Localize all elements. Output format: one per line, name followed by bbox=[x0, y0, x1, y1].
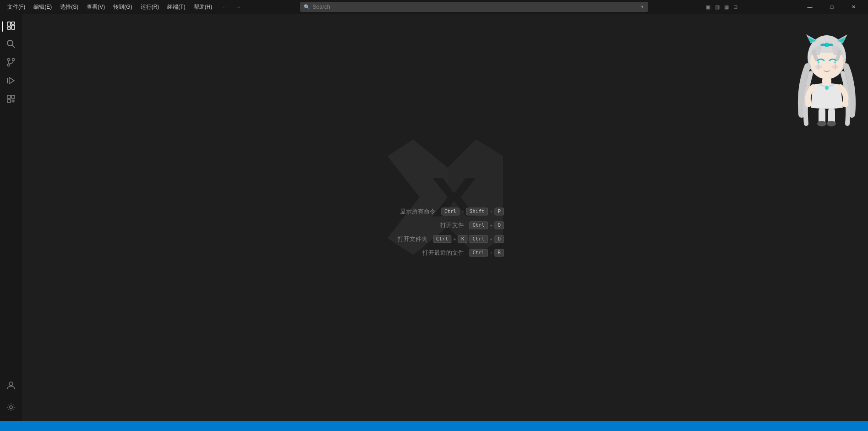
svg-point-38 bbox=[828, 44, 833, 46]
keyboard-key: Shift bbox=[466, 207, 488, 215]
back-button[interactable]: ← bbox=[219, 1, 230, 12]
explorer-icon[interactable] bbox=[2, 17, 20, 36]
center-content: 显示所有命令Ctrl+Shift+P打开文件Ctrl+O打开文件夹Ctrl+KC… bbox=[386, 207, 504, 257]
activity-bar bbox=[0, 14, 22, 421]
menu-terminal[interactable]: 终端(T) bbox=[164, 1, 189, 13]
accounts-icon[interactable] bbox=[2, 377, 20, 395]
keyboard-key: Ctrl bbox=[433, 235, 452, 243]
svg-marker-9 bbox=[9, 77, 14, 84]
search-icon: 🔍 bbox=[304, 4, 310, 10]
shortcut-label: 打开文件 bbox=[423, 221, 464, 229]
svg-point-7 bbox=[12, 58, 15, 60]
layout-icon-2[interactable]: ▥ bbox=[714, 3, 721, 11]
keyboard-key: K bbox=[458, 235, 468, 243]
search-icon[interactable] bbox=[2, 36, 20, 54]
svg-point-4 bbox=[7, 40, 13, 46]
svg-rect-13 bbox=[7, 99, 11, 103]
menu-bar: 文件(F)编辑(E)选择(S)查看(V)转到(G)运行(R)终端(T)帮助(H) bbox=[4, 1, 216, 13]
svg-rect-11 bbox=[7, 95, 11, 98]
shortcut-label: 打开文件夹 bbox=[386, 235, 427, 243]
key-separator: + bbox=[453, 236, 456, 242]
menu-edit[interactable]: 编辑(E) bbox=[30, 1, 55, 13]
menu-select[interactable]: 选择(S) bbox=[56, 1, 82, 13]
chibi-character bbox=[790, 32, 863, 133]
svg-point-8 bbox=[8, 64, 10, 66]
svg-rect-2 bbox=[11, 25, 15, 29]
shortcut-label: 显示所有命令 bbox=[394, 207, 436, 216]
menu-goto[interactable]: 转到(G) bbox=[109, 1, 136, 13]
keyboard-key: Ctrl bbox=[469, 221, 488, 229]
key-separator: + bbox=[490, 223, 492, 228]
title-bar: 文件(F)编辑(E)选择(S)查看(V)转到(G)运行(R)终端(T)帮助(H)… bbox=[0, 0, 868, 14]
svg-rect-12 bbox=[11, 95, 15, 98]
svg-rect-1 bbox=[11, 22, 15, 24]
svg-point-27 bbox=[831, 65, 839, 69]
svg-rect-0 bbox=[7, 22, 11, 26]
svg-point-6 bbox=[8, 58, 10, 60]
keyboard-key: Ctrl bbox=[441, 207, 460, 215]
svg-rect-3 bbox=[7, 27, 11, 29]
layout-icon-4[interactable]: ⊟ bbox=[732, 3, 739, 11]
svg-point-31 bbox=[842, 101, 848, 107]
shortcut-row: 打开文件夹Ctrl+KCtrl+O bbox=[386, 235, 504, 243]
svg-point-25 bbox=[834, 61, 836, 63]
main-layout: 显示所有命令Ctrl+Shift+P打开文件Ctrl+O打开文件夹Ctrl+KC… bbox=[0, 14, 868, 421]
key-separator: + bbox=[490, 236, 492, 242]
layout-icon-3[interactable]: ▦ bbox=[723, 3, 730, 11]
key-separator: + bbox=[490, 250, 492, 256]
keyboard-key: P bbox=[494, 207, 504, 215]
window-controls: — □ ✕ bbox=[799, 0, 864, 14]
search-bar[interactable]: 🔍 Search ▼ bbox=[300, 2, 648, 12]
svg-point-30 bbox=[805, 101, 812, 107]
menu-run[interactable]: 运行(R) bbox=[137, 1, 163, 13]
status-bar bbox=[0, 421, 868, 431]
keyboard-key: O bbox=[494, 221, 504, 229]
keyboard-key: R bbox=[494, 249, 504, 256]
layout-icons: ▣ ▥ ▦ ⊟ bbox=[704, 3, 739, 11]
source-control-icon[interactable] bbox=[2, 54, 20, 72]
nav-buttons: ← → bbox=[219, 1, 243, 12]
svg-point-37 bbox=[820, 44, 826, 46]
close-button[interactable]: ✕ bbox=[843, 0, 864, 14]
svg-line-5 bbox=[12, 45, 15, 48]
search-placeholder: Search bbox=[313, 4, 638, 10]
key-separator: + bbox=[490, 209, 492, 214]
run-debug-icon[interactable] bbox=[2, 72, 20, 91]
keyboard-key: O bbox=[494, 235, 504, 243]
shortcut-keys: Ctrl+KCtrl+O bbox=[433, 235, 504, 243]
settings-icon[interactable] bbox=[2, 399, 20, 417]
menu-file[interactable]: 文件(F) bbox=[4, 1, 29, 13]
forward-button[interactable]: → bbox=[232, 1, 243, 12]
svg-point-34 bbox=[817, 121, 826, 126]
shortcut-keys: Ctrl+O bbox=[469, 221, 504, 229]
search-dropdown-arrow: ▼ bbox=[640, 5, 644, 9]
minimize-button[interactable]: — bbox=[799, 0, 820, 14]
shortcut-row: 打开文件Ctrl+O bbox=[423, 221, 504, 229]
shortcut-keys: Ctrl+Shift+P bbox=[441, 207, 504, 215]
menu-help[interactable]: 帮助(H) bbox=[190, 1, 216, 13]
shortcut-row: 显示所有命令Ctrl+Shift+P bbox=[394, 207, 504, 216]
svg-point-24 bbox=[818, 61, 819, 63]
activity-icons-bottom bbox=[2, 377, 20, 421]
extensions-icon[interactable] bbox=[2, 91, 20, 109]
activity-icons-top bbox=[2, 17, 20, 109]
keyboard-key: Ctrl bbox=[469, 235, 488, 243]
shortcut-row: 打开最近的文件Ctrl+R bbox=[422, 249, 504, 257]
svg-point-26 bbox=[815, 65, 822, 69]
editor-area: 显示所有命令Ctrl+Shift+P打开文件Ctrl+O打开文件夹Ctrl+KC… bbox=[22, 14, 868, 421]
svg-point-35 bbox=[827, 121, 836, 126]
maximize-button[interactable]: □ bbox=[821, 0, 842, 14]
shortcut-label: 打开最近的文件 bbox=[422, 249, 464, 257]
svg-point-15 bbox=[10, 406, 12, 409]
keyboard-key: Ctrl bbox=[469, 249, 488, 256]
svg-point-14 bbox=[9, 382, 13, 386]
shortcut-keys: Ctrl+R bbox=[469, 249, 504, 256]
layout-icon-1[interactable]: ▣ bbox=[704, 3, 712, 11]
svg-point-29 bbox=[825, 86, 829, 90]
key-separator: + bbox=[461, 209, 464, 214]
menu-view[interactable]: 查看(V) bbox=[83, 1, 109, 13]
